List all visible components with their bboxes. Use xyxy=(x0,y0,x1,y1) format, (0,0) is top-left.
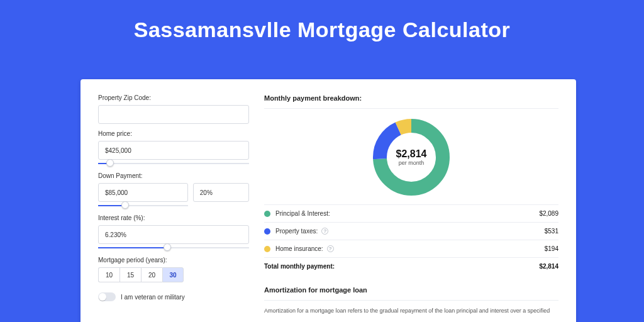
home-price-input[interactable] xyxy=(98,141,249,160)
period-button-group: 10152030 xyxy=(98,267,249,282)
interest-rate-slider[interactable] xyxy=(98,245,249,250)
home-price-slider[interactable] xyxy=(98,161,249,166)
interest-rate-label: Interest rate (%): xyxy=(98,214,249,221)
interest-rate-input[interactable] xyxy=(98,225,249,244)
veteran-toggle[interactable] xyxy=(98,292,116,301)
donut-center-sub: per month xyxy=(399,160,425,166)
home-price-label: Home price: xyxy=(98,130,249,137)
donut-chart: $2,814 per month xyxy=(370,116,452,198)
legend-row: Home insurance:?$194 xyxy=(264,240,558,257)
info-icon[interactable]: ? xyxy=(321,228,328,235)
period-label: Mortgage period (years): xyxy=(98,257,249,264)
breakdown-column: Monthly payment breakdown: $2,814 per mo… xyxy=(264,94,558,322)
page-title: Sassamansvlle Mortgage Calculator xyxy=(0,0,644,42)
legend-value: $531 xyxy=(545,228,558,235)
down-payment-label: Down Payment: xyxy=(98,172,249,179)
down-payment-input[interactable] xyxy=(98,183,188,202)
legend-dot-icon xyxy=(264,246,270,252)
period-button-30[interactable]: 30 xyxy=(162,267,184,282)
legend-row: Property taxes:?$531 xyxy=(264,222,558,240)
down-payment-slider[interactable] xyxy=(98,203,188,208)
amortization-text: Amortization for a mortgage loan refers … xyxy=(264,307,558,315)
period-button-15[interactable]: 15 xyxy=(119,267,141,282)
legend: Principal & Interest:$2,089Property taxe… xyxy=(264,204,558,275)
donut-center-amount: $2,814 xyxy=(396,148,427,160)
legend-dot-icon xyxy=(264,228,270,235)
total-value: $2,814 xyxy=(539,263,558,270)
period-button-20[interactable]: 20 xyxy=(141,267,162,282)
inputs-column: Property Zip Code: Home price: Down Paym… xyxy=(98,94,249,322)
legend-label: Home insurance: xyxy=(275,245,323,252)
legend-dot-icon xyxy=(264,211,270,217)
legend-value: $194 xyxy=(545,245,558,252)
legend-row: Principal & Interest:$2,089 xyxy=(264,204,558,222)
total-label: Total monthly payment: xyxy=(264,263,335,270)
period-button-10[interactable]: 10 xyxy=(98,267,119,282)
down-payment-pct-input[interactable] xyxy=(193,183,249,202)
legend-total-row: Total monthly payment:$2,814 xyxy=(264,257,558,275)
legend-label: Principal & Interest: xyxy=(275,210,330,217)
calculator-card: Property Zip Code: Home price: Down Paym… xyxy=(80,79,576,322)
legend-value: $2,089 xyxy=(539,210,558,217)
zip-label: Property Zip Code: xyxy=(98,94,249,101)
donut-chart-wrap: $2,814 per month xyxy=(264,109,558,204)
legend-label: Property taxes: xyxy=(275,228,318,235)
divider xyxy=(264,300,558,301)
info-icon[interactable]: ? xyxy=(327,245,334,252)
zip-input[interactable] xyxy=(98,105,249,124)
veteran-label: I am veteran or military xyxy=(121,294,185,301)
breakdown-title: Monthly payment breakdown: xyxy=(264,94,558,102)
amortization-title: Amortization for mortgage loan xyxy=(264,286,558,294)
